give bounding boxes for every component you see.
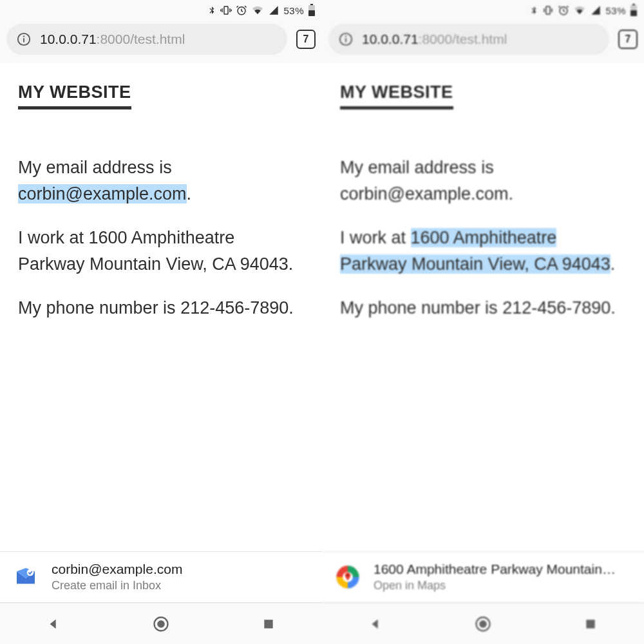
url-path: :8000/test.html [419,32,507,46]
tab-count-label: 7 [303,33,309,45]
paragraph-address: I work at 1600 Amphitheatre Parkway Moun… [18,225,304,277]
svg-rect-32 [586,620,594,628]
bluetooth-icon [207,5,216,16]
svg-point-13 [27,569,34,576]
screenshot-right: 53% 10.0.0.71:8000/test.html 7 MY WEBSIT… [322,0,644,644]
home-button[interactable] [149,612,173,636]
paragraph-email: My email address is corbin@example.com. [340,155,626,207]
svg-rect-21 [632,4,635,5]
paragraph-email: My email address is corbin@example.com. [18,155,304,207]
suggestion-title: corbin@example.com [52,562,182,577]
phone-text[interactable]: 212-456-7890 [180,298,289,317]
url-path: :8000/test.html [97,32,185,46]
svg-rect-8 [308,10,315,16]
suggestion-title: 1600 Amphitheatre Parkway Mountain… [374,562,616,577]
home-button[interactable] [471,612,495,636]
svg-rect-17 [546,6,550,14]
svg-point-29 [346,574,348,576]
back-button[interactable] [42,612,65,636]
battery-icon [630,4,638,17]
screenshot-left: 53% 10.0.0.71:8000/test.html 7 MY WEBSIT… [0,0,322,644]
suggestion-text: corbin@example.com Create email in Inbox [52,562,182,592]
wifi-icon [573,5,586,15]
cell-signal-icon [590,5,601,15]
paragraph-address: I work at 1600 Amphitheatre Parkway Moun… [340,225,626,277]
smart-suggestion-bar[interactable]: 1600 Amphitheatre Parkway Mountain… Open… [322,551,644,603]
tab-switcher[interactable]: 7 [296,30,316,49]
toolbar: 10.0.0.71:8000/test.html 7 [0,21,322,63]
battery-percent: 53% [283,5,304,16]
selected-email[interactable]: corbin@example.com [18,184,187,204]
paragraph-phone: My phone number is 212-456-7890. [18,295,304,321]
webpage-content[interactable]: MY WEBSITE My email address is corbin@ex… [322,63,644,551]
smart-suggestion-bar[interactable]: corbin@example.com Create email in Inbox [0,551,322,603]
status-bar: 53% [322,0,644,21]
phone-text[interactable]: 212-456-7890 [502,298,611,317]
email-text[interactable]: corbin@example.com [340,184,509,204]
toolbar: 10.0.0.71:8000/test.html 7 [322,21,644,63]
site-info-icon[interactable] [339,32,353,46]
system-nav-bar [322,603,644,644]
battery-percent: 53% [605,5,626,16]
suggestion-text: 1600 Amphitheatre Parkway Mountain… Open… [374,562,616,592]
tab-switcher[interactable]: 7 [618,30,638,49]
tab-count-label: 7 [625,33,631,45]
wifi-icon [251,5,264,15]
svg-rect-23 [630,10,637,16]
inbox-app-icon [12,563,40,591]
url-host: 10.0.0.71 [40,32,97,46]
alarm-icon [558,5,569,16]
vibrate-icon [542,5,554,16]
address-bar[interactable]: 10.0.0.71:8000/test.html [328,24,609,55]
page-title: MY WEBSITE [340,82,453,109]
svg-point-31 [479,620,487,628]
page-title: MY WEBSITE [18,82,131,109]
webpage-content[interactable]: MY WEBSITE My email address is corbin@ex… [0,63,322,551]
svg-rect-0 [224,6,228,14]
site-info-icon[interactable] [17,32,31,46]
svg-point-26 [345,35,346,37]
recents-button[interactable] [257,612,280,636]
system-nav-bar [0,603,322,644]
svg-point-11 [23,35,24,37]
svg-rect-16 [264,620,272,628]
suggestion-subtitle: Create email in Inbox [52,579,182,592]
vibrate-icon [220,5,232,16]
status-bar: 53% [0,0,322,21]
url-host: 10.0.0.71 [362,32,419,46]
url-text: 10.0.0.71:8000/test.html [362,32,507,47]
address-bar[interactable]: 10.0.0.71:8000/test.html [6,24,287,55]
svg-rect-6 [310,4,313,5]
battery-icon [308,4,316,17]
recents-button[interactable] [579,612,602,636]
back-button[interactable] [364,612,387,636]
alarm-icon [236,5,247,16]
maps-app-icon [334,563,362,591]
cell-signal-icon [268,5,279,15]
url-text: 10.0.0.71:8000/test.html [40,32,185,47]
paragraph-phone: My phone number is 212-456-7890. [340,295,626,321]
bluetooth-icon [529,5,538,16]
suggestion-subtitle: Open in Maps [374,579,616,592]
svg-point-15 [157,620,165,628]
